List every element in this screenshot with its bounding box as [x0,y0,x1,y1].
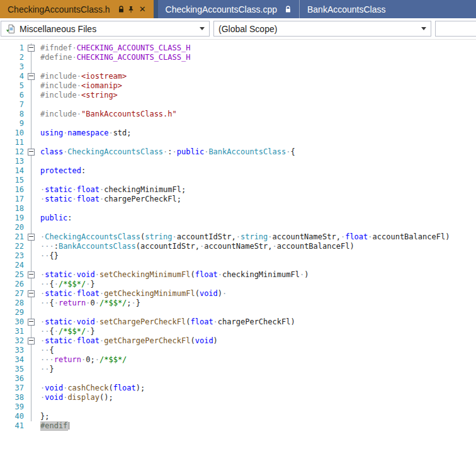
code-text[interactable]: ··{ [40,346,476,355]
collapse-toggle-icon[interactable] [28,234,35,241]
code-text[interactable]: ·static·float·getCheckingMinimumFl(void)… [40,289,476,299]
code-text[interactable]: #include·"BankAccountsClass.h" [40,110,476,119]
tab-checkingaccountsclass-h[interactable]: CheckingAccountsClass.h ✕ [0,0,154,18]
code-text[interactable] [40,138,476,147]
code-text[interactable]: ·static·float·chargePerCheckFl; [40,195,476,204]
code-area[interactable]: 1#ifndef·CHECKING_ACCOUNTS_CLASS_H2#defi… [0,40,476,431]
code-text[interactable]: protected: [40,166,476,176]
line-number: 26 [0,280,24,289]
code-line: 8#include·"BankAccountsClass.h" [0,110,476,119]
collapse-toggle-icon[interactable] [28,319,35,326]
outlining-margin [24,365,40,374]
line-number: 9 [0,119,24,128]
outline-guide-line [31,81,31,91]
outlining-margin [24,232,40,242]
outline-guide-line [31,261,31,270]
collapse-toggle-icon[interactable] [28,149,35,156]
outline-guide-line [31,223,31,232]
outlining-margin [24,53,40,62]
line-number: 39 [0,402,24,412]
code-text[interactable] [40,119,476,128]
member-dropdown[interactable] [435,21,476,37]
code-text[interactable]: class·CheckingAccountsClass·:·public·Ban… [40,147,476,157]
code-line: 38·void·display(); [0,393,476,402]
code-text[interactable]: ··{·/*$$*/·} [40,280,476,289]
code-line: 24 [0,261,476,270]
code-text[interactable]: ·static·void·setCheckingMinimumFl(float·… [40,270,476,280]
code-text[interactable]: ··{} [40,251,476,261]
outlining-margin [24,289,40,299]
code-text[interactable] [40,157,476,166]
line-number: 36 [0,374,24,384]
code-text[interactable]: ·void·cashCheck(float); [40,384,476,393]
outlining-margin [24,280,40,289]
code-text[interactable]: ·static·float·checkingMinimumFl; [40,185,476,195]
outline-guide-line [31,299,31,308]
code-text[interactable] [40,100,476,110]
outlining-margin [24,110,40,119]
code-text[interactable]: ···:BankAccountsClass(accountIdStr,·acco… [40,242,476,251]
code-text[interactable]: using·namespace·std; [40,128,476,138]
outlining-margin [24,72,40,81]
line-number: 41 [0,421,24,431]
line-number: 14 [0,166,24,176]
code-text[interactable] [40,402,476,412]
code-text[interactable]: }; [40,412,476,421]
outlining-margin [24,251,40,261]
code-text[interactable]: #ifndef·CHECKING_ACCOUNTS_CLASS_H [40,43,476,53]
code-text[interactable]: #include·<string> [40,91,476,100]
tab-checkingaccountsclass-cpp[interactable]: CheckingAccountsClass.cpp [158,0,299,18]
code-text[interactable] [40,62,476,72]
code-text[interactable]: #endif [40,421,476,431]
line-number: 29 [0,308,24,317]
code-text[interactable]: ·void·display(); [40,393,476,402]
outline-guide-line [31,119,31,128]
outline-guide-line [31,195,31,204]
code-text[interactable]: #include·<iostream> [40,72,476,81]
code-line: 18 [0,204,476,213]
collapse-toggle-icon[interactable] [28,271,35,278]
pin-icon[interactable] [127,6,135,13]
code-line: 11 [0,138,476,147]
code-text[interactable]: ·static·float·getChargePerCheckFl(void) [40,336,476,346]
code-text[interactable]: ··{·return·0·/*$$*/;·} [40,299,476,308]
outlining-margin [24,176,40,185]
code-text[interactable]: ··{·/*$$*/·} [40,327,476,336]
code-text[interactable] [40,374,476,384]
outline-guide-line [31,374,31,384]
code-text[interactable]: #include·<iomanip> [40,81,476,91]
project-dropdown[interactable]: Miscellaneous Files [1,21,210,37]
collapse-toggle-icon[interactable] [28,290,35,297]
outline-guide-line [31,157,31,166]
code-text[interactable]: ·CheckingAccountsClass(string·accountIdS… [40,232,476,242]
code-line: 19public: [0,213,476,223]
outlining-margin [24,138,40,147]
outlining-margin [24,166,40,176]
project-dropdown-value: Miscellaneous Files [20,24,195,34]
code-text[interactable] [40,204,476,213]
close-icon[interactable]: ✕ [139,5,146,13]
code-text[interactable]: public: [40,213,476,223]
scope-dropdown[interactable]: (Global Scope) [213,21,431,37]
code-line: 6#include·<string> [0,91,476,100]
code-line: 22···:BankAccountsClass(accountIdStr,·ac… [0,242,476,251]
code-text[interactable] [40,176,476,185]
code-text[interactable]: #define·CHECKING_ACCOUNTS_CLASS_H [40,53,476,62]
outlining-margin [24,91,40,100]
code-text[interactable]: ·static·void·setChargePerCheckFl(float·c… [40,317,476,327]
code-text[interactable] [40,223,476,232]
collapse-toggle-icon[interactable] [28,73,35,80]
outlining-margin [24,336,40,346]
line-number: 23 [0,251,24,261]
outlining-margin [24,355,40,365]
line-number: 15 [0,176,24,185]
outline-guide-line [31,166,31,176]
line-number: 8 [0,110,24,119]
code-text[interactable]: ···return·0;·/*$$*/ [40,355,476,365]
code-text[interactable]: ··} [40,365,476,374]
code-text[interactable] [40,308,476,317]
tab-bankaccountsclass-h[interactable]: BankAccountsClass [299,0,476,18]
collapse-toggle-icon[interactable] [28,45,35,52]
collapse-toggle-icon[interactable] [28,338,35,344]
code-text[interactable] [40,261,476,270]
